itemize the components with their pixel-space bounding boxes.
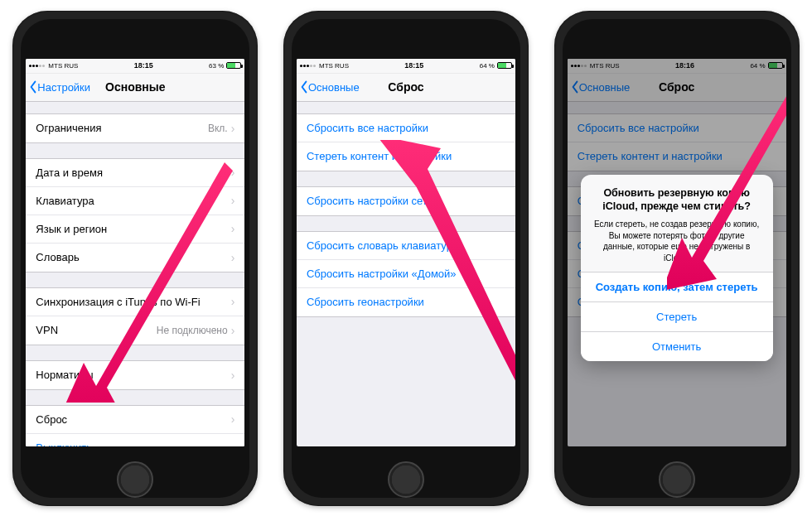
row-language-region[interactable]: Язык и регион› xyxy=(26,215,244,244)
alert-cancel-button[interactable]: Отменить xyxy=(581,331,773,361)
home-button[interactable] xyxy=(388,461,424,498)
home-button[interactable] xyxy=(117,461,153,498)
phone-bezel: MTS RUS 18:15 63 % Настройки Основные Ог… xyxy=(21,19,249,498)
phone-bezel: MTS RUS 18:16 64 % Основные Сброс Сброси… xyxy=(563,19,791,498)
home-button[interactable] xyxy=(659,461,695,498)
chevron-right-icon: › xyxy=(231,296,235,307)
nav-bar: Основные Сброс xyxy=(297,74,515,102)
back-button[interactable]: Основные xyxy=(297,80,360,94)
row-erase-content[interactable]: Стереть контент и настройки xyxy=(297,142,515,171)
battery-pct: 63 % xyxy=(209,62,224,70)
carrier-label: MTS RUS xyxy=(319,62,349,70)
row-vpn[interactable]: VPNНе подключено› xyxy=(26,316,244,345)
alert-backup-before-erase: Обновить резервную копию iCloud, прежде … xyxy=(581,175,773,362)
row-dictionary[interactable]: Словарь› xyxy=(26,244,244,272)
chevron-right-icon: › xyxy=(231,325,235,336)
chevron-right-icon: › xyxy=(231,223,235,234)
chevron-left-icon xyxy=(300,80,308,94)
row-reset-keyboard-dict[interactable]: Сбросить словарь клавиатуры xyxy=(297,232,515,260)
clock: 18:15 xyxy=(349,61,480,70)
back-button[interactable]: Настройки xyxy=(26,80,90,94)
phone-frame: MTS RUS 18:16 64 % Основные Сброс Сброси… xyxy=(554,11,800,506)
row-shutdown[interactable]: Выключить xyxy=(26,434,244,446)
carrier-label: MTS RUS xyxy=(48,62,78,70)
screen-settings-general: MTS RUS 18:15 63 % Настройки Основные Ог… xyxy=(26,59,244,446)
alert-erase-button[interactable]: Стереть xyxy=(581,301,773,331)
chevron-right-icon: › xyxy=(231,369,235,381)
chevron-right-icon: › xyxy=(231,166,235,178)
clock: 18:15 xyxy=(78,61,209,70)
chevron-left-icon xyxy=(29,80,37,94)
row-keyboard[interactable]: Клавиатура› xyxy=(26,187,244,215)
status-bar: MTS RUS 18:15 63 % xyxy=(26,59,244,74)
status-bar: MTS RUS 18:15 64 % xyxy=(297,59,515,74)
phone-frame: MTS RUS 18:15 63 % Настройки Основные Ог… xyxy=(12,11,258,506)
alert-head: Обновить резервную копию iCloud, прежде … xyxy=(581,175,773,272)
row-reset-network[interactable]: Сбросить настройки сети xyxy=(297,187,515,215)
settings-list[interactable]: Ограничения Вкл. › Дата и время› Клавиат… xyxy=(26,102,244,446)
battery-pct: 64 % xyxy=(480,62,495,70)
screen-reset: MTS RUS 18:15 64 % Основные Сброс Сброси… xyxy=(297,59,515,446)
alert-backup-then-erase-button[interactable]: Создать копию, затем стереть xyxy=(581,272,773,301)
screen-reset-alert: MTS RUS 18:16 64 % Основные Сброс Сброси… xyxy=(568,59,786,446)
row-restrictions[interactable]: Ограничения Вкл. › xyxy=(26,114,244,142)
back-label: Настройки xyxy=(37,81,90,94)
row-regulatory[interactable]: Нормативы› xyxy=(26,361,244,389)
back-label: Основные xyxy=(308,81,360,94)
row-reset-home[interactable]: Сбросить настройки «Домой» xyxy=(297,260,515,288)
signal-icon xyxy=(29,65,45,67)
row-reset-all-settings[interactable]: Сбросить все настройки xyxy=(297,114,515,142)
row-date-time[interactable]: Дата и время› xyxy=(26,159,244,187)
chevron-right-icon: › xyxy=(231,195,235,206)
alert-message: Если стереть, не создав резервную копию,… xyxy=(592,219,761,263)
row-reset-location[interactable]: Сбросить геонастройки xyxy=(297,288,515,316)
reset-list[interactable]: Сбросить все настройки Стереть контент и… xyxy=(297,102,515,446)
chevron-right-icon: › xyxy=(231,123,235,134)
signal-icon xyxy=(300,65,316,67)
battery-icon xyxy=(497,62,512,69)
battery-icon xyxy=(226,62,241,69)
chevron-right-icon: › xyxy=(231,413,235,425)
row-itunes-wifi-sync[interactable]: Синхронизация с iTunes по Wi-Fi› xyxy=(26,288,244,316)
phone-bezel: MTS RUS 18:15 64 % Основные Сброс Сброси… xyxy=(292,19,520,498)
phone-frame: MTS RUS 18:15 64 % Основные Сброс Сброси… xyxy=(283,11,529,506)
chevron-right-icon: › xyxy=(231,252,235,263)
nav-bar: Настройки Основные xyxy=(26,74,244,102)
row-reset[interactable]: Сброс› xyxy=(26,406,244,434)
alert-title: Обновить резервную копию iCloud, прежде … xyxy=(592,186,761,215)
